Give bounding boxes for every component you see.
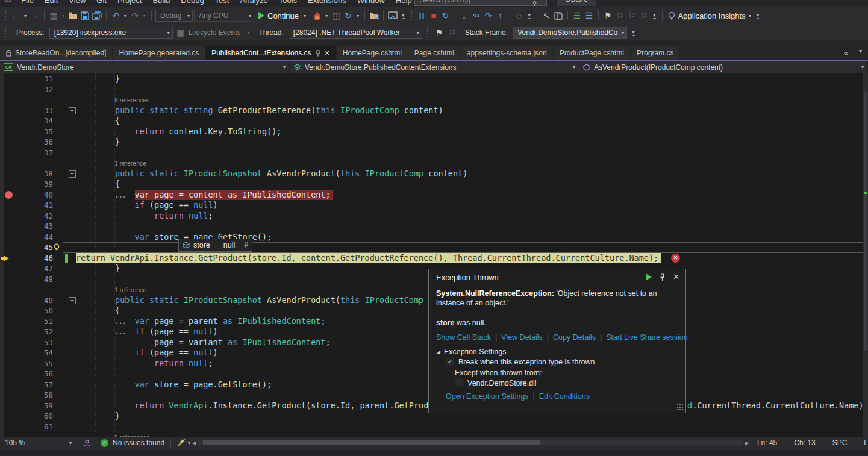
type-dropdown[interactable]: Vendr.DemoStore.PublishedContentExtensio…: [290, 61, 579, 73]
menu-debug[interactable]: Debug: [175, 0, 209, 5]
apply-code-changes-button[interactable]: ◫: [331, 9, 342, 22]
module-exclude-row[interactable]: Vendr.DemoStore.dll: [455, 379, 537, 387]
member-dropdown[interactable]: AsVendrProduct(IProductComp content)▾: [579, 61, 868, 73]
code-text[interactable]: if (page == null): [76, 200, 868, 211]
menu-build[interactable]: Build: [147, 0, 175, 5]
scroll-right-arrow[interactable]: ▶: [745, 440, 749, 446]
bookmark-next-button[interactable]: ⚐: [626, 9, 637, 22]
codelens-references-link[interactable]: 1 reference: [76, 160, 146, 167]
glyph-margin[interactable]: [0, 432, 18, 437]
glyph-margin[interactable]: [0, 211, 18, 222]
link-view-details[interactable]: View Details: [501, 333, 543, 342]
navigate-back-caret[interactable]: ▾: [22, 13, 28, 19]
stack-frame-dropdown[interactable]: Vendr.DemoStore.PublishedContentExten▾: [513, 27, 627, 39]
code-line-34[interactable]: 34{: [0, 116, 868, 126]
application-insights-button[interactable]: Application Insights: [678, 11, 746, 20]
toolbar-drag-handle[interactable]: [426, 28, 429, 37]
tab-program-cs[interactable]: Program.cs: [631, 46, 680, 60]
navigate-forward-button[interactable]: →: [30, 9, 40, 22]
horizontal-scrollbar[interactable]: [198, 440, 743, 446]
tab-productpage-cshtml[interactable]: ProductPage.cshtml: [554, 46, 631, 60]
code-editor[interactable]: 31}328 references33−public static string…: [0, 73, 868, 437]
bookmark-toggle-button[interactable]: ⚑: [602, 9, 613, 22]
menu-file[interactable]: File: [16, 0, 39, 5]
glyph-margin[interactable]: [0, 73, 18, 84]
scroll-left-arrow[interactable]: ◀: [192, 440, 196, 446]
fold-toggle[interactable]: −: [69, 107, 76, 114]
navigate-back-button[interactable]: ←: [10, 9, 21, 22]
lightbulb-icon[interactable]: [53, 243, 60, 251]
code-text[interactable]: var page = content as IPublishedContent;…: [76, 190, 868, 201]
toggle-flagged-threads-button[interactable]: ⚐: [447, 26, 458, 39]
glyph-margin[interactable]: [0, 105, 18, 116]
code-text[interactable]: [76, 422, 868, 433]
glyph-margin[interactable]: [0, 411, 18, 422]
close-tab-icon[interactable]: ✕: [325, 49, 330, 57]
code-line-41[interactable]: 41if (page == null): [0, 200, 868, 211]
glyph-margin[interactable]: [0, 242, 18, 253]
code-text[interactable]: {: [76, 116, 868, 126]
glyph-margin[interactable]: [0, 232, 18, 243]
glyph-margin[interactable]: [0, 316, 18, 327]
menu-git[interactable]: Git: [91, 0, 112, 5]
glyph-margin[interactable]: [0, 95, 18, 105]
code-text[interactable]: public static string GetProductReference…: [76, 105, 868, 116]
break-all-button[interactable]: [416, 9, 427, 22]
menu-tools[interactable]: Tools: [273, 0, 302, 5]
parallel-stacks-icon[interactable]: ☰: [584, 9, 595, 22]
debug-location-overflow-button[interactable]: ▾: [632, 30, 635, 36]
menu-test[interactable]: Test: [210, 0, 235, 5]
restart-button[interactable]: ↻: [343, 9, 354, 22]
step-into-button[interactable]: ↓: [459, 9, 470, 22]
glyph-margin[interactable]: [0, 390, 18, 401]
tab-storereadon-decompiled-[interactable]: StoreReadOn...[decompiled]: [0, 46, 113, 60]
tab-page-cshtml[interactable]: Page.cshtml: [408, 46, 461, 60]
solution-platform-dropdown[interactable]: Any CPU▾: [194, 10, 254, 22]
code-line-32[interactable]: 32: [0, 84, 868, 95]
code-line-38[interactable]: 38−public static IProductSnapshot AsVend…: [0, 169, 868, 180]
toolbar-drag-handle[interactable]: [4, 28, 7, 37]
glyph-margin[interactable]: [0, 295, 18, 306]
checked-checkbox[interactable]: ✓: [446, 358, 454, 366]
glyph-margin[interactable]: [0, 137, 18, 148]
bookmark-prev-button[interactable]: ⚐: [614, 9, 625, 22]
search-input[interactable]: Search (Ctrl+Q): [414, 0, 547, 6]
code-line-61[interactable]: 61: [0, 422, 868, 433]
code-line-33[interactable]: 33−public static string GetProductRefere…: [0, 105, 868, 116]
link-edit-conditions[interactable]: Edit Conditions: [539, 392, 590, 401]
spaces-indicator[interactable]: SPC: [832, 439, 848, 447]
show-threads-button[interactable]: [553, 9, 564, 22]
glyph-margin[interactable]: [0, 148, 18, 158]
codelens-row[interactable]: 5 references: [0, 432, 868, 437]
process-dropdown[interactable]: [13920] iisexpress.exe▾: [49, 27, 173, 39]
code-line-35[interactable]: 35return content.Key.ToString();: [0, 126, 868, 137]
glyph-margin[interactable]: [0, 253, 18, 264]
eol-indicator[interactable]: L: [864, 439, 868, 447]
glyph-margin[interactable]: [0, 84, 18, 95]
datatip-pin-button[interactable]: [240, 239, 252, 251]
glyph-margin[interactable]: [0, 358, 18, 369]
glyph-margin[interactable]: [0, 169, 18, 180]
menu-edit[interactable]: Edit: [39, 0, 63, 5]
break-on-exception-row[interactable]: ✓Break when this exception type is throw…: [446, 358, 595, 366]
undo-button[interactable]: ↶: [110, 9, 121, 22]
link-start-live-share-session[interactable]: Start Live Share session: [606, 333, 688, 342]
code-cleanup-icon[interactable]: [177, 439, 186, 447]
glyph-margin[interactable]: [0, 422, 18, 433]
code-text[interactable]: 5 references: [76, 432, 868, 437]
code-text[interactable]: return VendrApi.Instance.GetProduct(stor…: [76, 253, 868, 264]
issues-status-text[interactable]: No issues found: [113, 439, 164, 447]
glyph-margin[interactable]: [0, 284, 18, 295]
code-line-43[interactable]: 43: [0, 221, 868, 232]
pin-tab-icon[interactable]: [315, 50, 321, 57]
code-text[interactable]: 8 references: [76, 95, 868, 105]
glyph-margin[interactable]: [0, 401, 18, 411]
unchecked-checkbox[interactable]: [455, 379, 463, 387]
link-show-call-stack[interactable]: Show Call Stack: [436, 333, 491, 342]
menu-analyze[interactable]: Analyze: [234, 0, 273, 5]
glyph-margin[interactable]: [0, 348, 18, 358]
project-dropdown[interactable]: C# Vendr.DemoStore▾: [0, 61, 290, 73]
solution-button[interactable]: UStore: [557, 0, 596, 6]
insights-overflow-button[interactable]: ▾: [757, 13, 760, 19]
hot-reload-button[interactable]: [311, 9, 322, 22]
